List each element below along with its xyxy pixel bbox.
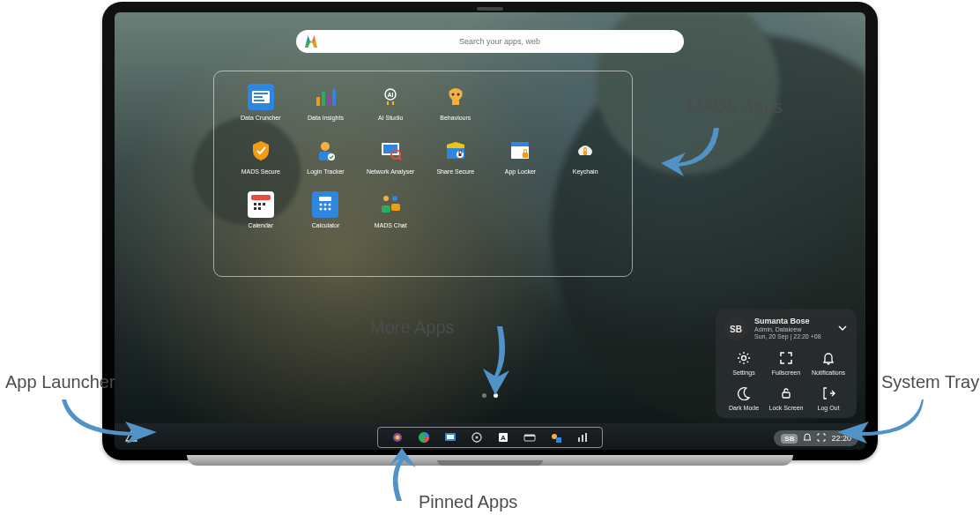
app-label: Login Tracker [307, 168, 344, 175]
svg-rect-31 [254, 207, 256, 210]
pinned-app-6[interactable] [523, 430, 537, 444]
global-search-bar[interactable] [296, 30, 684, 53]
svg-rect-24 [523, 153, 528, 158]
svg-rect-26 [251, 195, 271, 200]
search-input[interactable] [324, 37, 675, 46]
callout-pinned-apps: Pinned Apps [419, 492, 517, 512]
app-ai-studio[interactable]: AI AI Studio [362, 84, 419, 122]
tray-user-row: SB Sumanta Bose Admin, Datakrew Sun, 20 … [724, 317, 848, 340]
user-name: Sumanta Bose [754, 317, 830, 326]
tray-label: Lock Screen [769, 405, 804, 411]
app-login-tracker[interactable]: Login Tracker [297, 138, 353, 175]
svg-rect-61 [585, 433, 587, 442]
app-network-analyser[interactable]: Network Analyser [362, 138, 419, 175]
svg-rect-28 [254, 203, 256, 205]
svg-point-11 [457, 93, 459, 96]
svg-rect-46 [783, 392, 790, 398]
app-data-cruncher[interactable]: Data Cruncher [233, 84, 289, 122]
app-mads-chat[interactable]: MADS Chat [362, 191, 419, 229]
app-label: Keychain [573, 168, 598, 175]
laptop-lip [437, 460, 543, 466]
tray-label: Settings [732, 369, 754, 376]
chevron-down-icon[interactable] [837, 323, 848, 336]
svg-rect-25 [583, 151, 587, 155]
svg-rect-58 [556, 437, 561, 443]
svg-rect-22 [511, 142, 529, 146]
login-tracker-icon [312, 138, 338, 164]
app-label: Network Analyser [367, 168, 414, 175]
pinned-app-3[interactable] [443, 430, 457, 444]
tray-fullscreen[interactable]: Fullscreen [767, 349, 806, 376]
app-label: App Locker [505, 168, 536, 175]
calendar-icon [248, 191, 274, 218]
tray-label: Fullscreen [772, 369, 800, 376]
app-data-insights[interactable]: Data Insights [297, 84, 353, 122]
app-calculator[interactable]: Calculator [297, 191, 353, 229]
keychain-icon [572, 138, 598, 164]
mads-secure-icon [248, 138, 274, 164]
mads-chat-icon [377, 191, 404, 218]
bell-icon [820, 349, 837, 367]
pinned-app-8[interactable] [575, 430, 590, 444]
tray-label: Notifications [812, 369, 845, 376]
svg-rect-4 [316, 97, 320, 106]
callout-system-tray: System Tray [881, 372, 979, 392]
svg-rect-7 [332, 89, 336, 106]
pinned-app-1[interactable] [390, 430, 405, 444]
svg-rect-44 [391, 204, 400, 211]
app-label: Share Secure [436, 168, 474, 175]
user-datetime: Sun, 20 Sep | 22:20 +08 [754, 333, 830, 340]
svg-point-48 [396, 436, 400, 440]
tray-lock-screen[interactable]: Lock Screen [767, 384, 806, 411]
svg-point-36 [324, 204, 327, 206]
svg-text:A: A [501, 434, 506, 442]
logout-icon [820, 384, 837, 402]
app-app-locker[interactable]: App Locker [492, 138, 548, 175]
svg-rect-29 [258, 203, 261, 205]
app-behaviours[interactable]: Behaviours [427, 84, 484, 122]
apps-panel: Data Cruncher Data Insights AI AI Studio [213, 71, 633, 277]
svg-rect-60 [582, 435, 583, 442]
svg-rect-32 [258, 207, 261, 210]
pinned-app-2[interactable] [417, 430, 431, 444]
app-keychain[interactable]: Keychain [557, 138, 613, 175]
svg-line-18 [398, 157, 401, 160]
app-share-secure[interactable]: Share Secure [427, 138, 484, 175]
network-analyser-icon [377, 138, 404, 164]
app-label: Behaviours [440, 115, 471, 122]
svg-rect-43 [382, 205, 390, 213]
user-info: Sumanta Bose Admin, Datakrew Sun, 20 Sep… [754, 317, 830, 340]
svg-point-10 [451, 93, 454, 96]
user-role: Admin, Datakrew [754, 326, 830, 333]
app-label: Calculator [312, 222, 340, 229]
tray-actions: Settings Fullscreen Notifications Dark M… [724, 349, 848, 411]
svg-rect-6 [327, 94, 330, 106]
taskbar: A SB 22:20 [115, 423, 865, 450]
app-mads-secure[interactable]: MADS Secure [233, 138, 289, 175]
pinned-app-5[interactable]: A [496, 430, 510, 444]
app-label: Calendar [249, 222, 273, 229]
svg-rect-34 [319, 197, 331, 201]
pinned-app-7[interactable] [549, 430, 563, 444]
svg-point-40 [329, 208, 331, 211]
svg-point-39 [324, 208, 327, 211]
svg-point-38 [320, 208, 323, 211]
callout-more-apps: More Apps [370, 317, 455, 338]
svg-point-12 [321, 142, 330, 151]
tray-user-badge: SB [781, 434, 798, 444]
pinned-apps-bar: A [377, 427, 603, 448]
svg-rect-2 [254, 96, 263, 98]
pinned-app-4[interactable] [470, 430, 484, 444]
svg-point-35 [320, 204, 323, 206]
apps-grid: Data Cruncher Data Insights AI AI Studio [232, 84, 614, 229]
tray-notifications[interactable]: Notifications [809, 349, 848, 376]
tray-settings[interactable]: Settings [724, 349, 763, 376]
ai-studio-icon: AI [377, 84, 404, 110]
svg-rect-21 [458, 153, 461, 156]
callout-app-launcher: App Launcher [5, 372, 115, 392]
svg-rect-5 [322, 92, 325, 106]
tray-dark-mode[interactable]: Dark Mode [724, 384, 763, 411]
app-calendar[interactable]: Calendar [233, 191, 289, 229]
app-label: Data Insights [308, 115, 344, 122]
data-cruncher-icon [248, 84, 274, 110]
